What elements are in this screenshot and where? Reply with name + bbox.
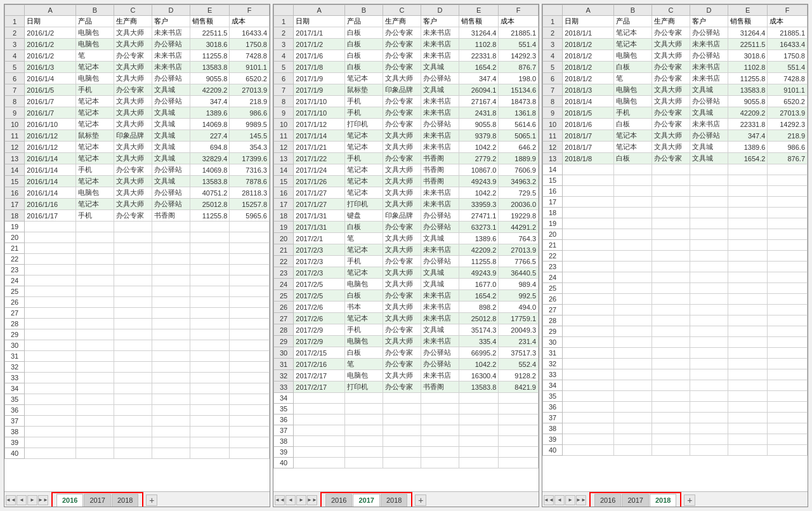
empty-cell[interactable] [690, 262, 728, 272]
table-cell[interactable]: 2017/2/6 [294, 302, 345, 313]
table-cell[interactable]: 鼠标垫 [345, 84, 383, 96]
empty-cell[interactable] [768, 348, 808, 359]
table-cell[interactable]: 笔记本 [345, 313, 383, 324]
empty-cell[interactable] [652, 240, 690, 251]
empty-cell[interactable] [114, 405, 152, 416]
empty-cell[interactable] [728, 369, 768, 380]
empty-cell[interactable] [190, 448, 230, 459]
table-cell[interactable]: 2017/1/27 [294, 187, 345, 199]
table-cell[interactable]: 16433.4 [768, 39, 808, 50]
empty-cell[interactable] [563, 445, 614, 456]
table-cell[interactable]: 15257.8 [230, 199, 270, 210]
table-cell[interactable]: 2018/1/2 [563, 39, 614, 50]
empty-cell[interactable] [114, 319, 152, 329]
table-cell[interactable]: 2018/1/2 [563, 50, 614, 62]
empty-cell[interactable] [563, 294, 614, 305]
table-cell[interactable]: 办公专家 [383, 50, 421, 62]
table-cell[interactable]: 2017/1/31 [294, 222, 345, 233]
empty-cell[interactable] [768, 380, 808, 391]
empty-cell[interactable] [459, 425, 499, 436]
table-cell[interactable]: 2017/1/9 [294, 84, 345, 96]
empty-cell[interactable] [25, 427, 76, 437]
empty-cell[interactable] [690, 326, 728, 337]
empty-cell[interactable] [294, 436, 345, 447]
empty-cell[interactable] [614, 251, 652, 262]
empty-cell[interactable] [152, 437, 190, 448]
empty-cell[interactable] [383, 436, 421, 447]
table-cell[interactable]: 文具大师 [383, 267, 421, 279]
empty-cell[interactable] [768, 359, 808, 369]
empty-cell[interactable] [294, 447, 345, 458]
table-cell[interactable]: 27013.9 [768, 107, 808, 119]
table-cell[interactable]: 办公驿站 [152, 164, 190, 176]
empty-cell[interactable] [459, 458, 499, 468]
empty-cell[interactable] [690, 283, 728, 294]
empty-cell[interactable] [728, 251, 768, 262]
table-cell[interactable]: 986.6 [768, 142, 808, 153]
empty-cell[interactable] [728, 315, 768, 326]
empty-cell[interactable] [76, 243, 114, 254]
table-cell[interactable]: 2018/1/7 [563, 142, 614, 153]
empty-cell[interactable] [383, 458, 421, 468]
add-sheet-2[interactable]: + [415, 494, 426, 506]
empty-cell[interactable] [690, 208, 728, 218]
empty-cell[interactable] [652, 283, 690, 294]
table-cell[interactable]: 文具城 [152, 176, 190, 187]
table-cell[interactable]: 2017/2/3 [294, 244, 345, 256]
table-cell[interactable]: 27013.9 [499, 244, 539, 256]
empty-cell[interactable] [728, 164, 768, 175]
table-cell[interactable]: 书香阁 [152, 210, 190, 222]
empty-cell[interactable] [728, 186, 768, 197]
tab-2016-3[interactable]: 2016 [594, 494, 621, 507]
empty-cell[interactable] [690, 251, 728, 262]
table-cell[interactable]: 1889.9 [499, 153, 539, 164]
table-cell[interactable]: 办公专家 [383, 256, 421, 267]
table-cell[interactable]: 552.4 [499, 359, 539, 370]
table-cell[interactable]: 办公专家 [383, 290, 421, 302]
empty-cell[interactable] [190, 329, 230, 340]
empty-cell[interactable] [76, 362, 114, 373]
empty-cell[interactable] [614, 380, 652, 391]
empty-cell[interactable] [383, 404, 421, 415]
empty-cell[interactable] [614, 423, 652, 434]
empty-cell[interactable] [728, 337, 768, 348]
empty-cell[interactable] [76, 254, 114, 265]
table-cell[interactable]: 办公驿站 [421, 222, 459, 233]
table-cell[interactable]: 44291.2 [499, 222, 539, 233]
empty-cell[interactable] [114, 340, 152, 351]
tab-2017-2[interactable]: 2017 [353, 494, 379, 507]
empty-cell[interactable] [25, 340, 76, 351]
table-cell[interactable]: 电脑包 [76, 73, 114, 84]
table-cell[interactable]: 729.5 [499, 187, 539, 199]
tab-2018-2[interactable]: 2018 [381, 494, 407, 507]
empty-cell[interactable] [768, 175, 808, 186]
empty-cell[interactable] [190, 437, 230, 448]
table-cell[interactable]: 文具大师 [652, 50, 690, 62]
table-cell[interactable]: 21885.1 [499, 27, 539, 39]
nav-next-1[interactable]: ► [27, 495, 37, 505]
empty-cell[interactable] [114, 222, 152, 232]
empty-cell[interactable] [190, 265, 230, 275]
table-cell[interactable]: 文具城 [690, 84, 728, 96]
table-cell[interactable]: 笔记本 [345, 164, 383, 176]
empty-cell[interactable] [230, 373, 270, 383]
empty-cell[interactable] [563, 186, 614, 197]
nav-first-2[interactable]: ◄◄ [275, 495, 285, 505]
table-cell[interactable]: 22331.8 [728, 119, 768, 130]
empty-cell[interactable] [190, 373, 230, 383]
empty-cell[interactable] [230, 297, 270, 308]
empty-cell[interactable] [190, 243, 230, 254]
empty-cell[interactable] [768, 413, 808, 423]
empty-cell[interactable] [614, 186, 652, 197]
table-cell[interactable]: 文具大师 [383, 313, 421, 324]
add-sheet-3[interactable]: + [684, 494, 695, 506]
table-cell[interactable]: 办公驿站 [152, 73, 190, 84]
table-cell[interactable]: 16300.4 [459, 370, 499, 382]
table-cell[interactable]: 35174.3 [459, 324, 499, 336]
empty-cell[interactable] [563, 240, 614, 251]
table-cell[interactable]: 打印机 [345, 119, 383, 130]
table-cell[interactable]: 文具城 [152, 107, 190, 119]
empty-cell[interactable] [76, 383, 114, 394]
table-cell[interactable]: 文具大师 [383, 244, 421, 256]
table-cell[interactable]: 书香阁 [421, 382, 459, 393]
